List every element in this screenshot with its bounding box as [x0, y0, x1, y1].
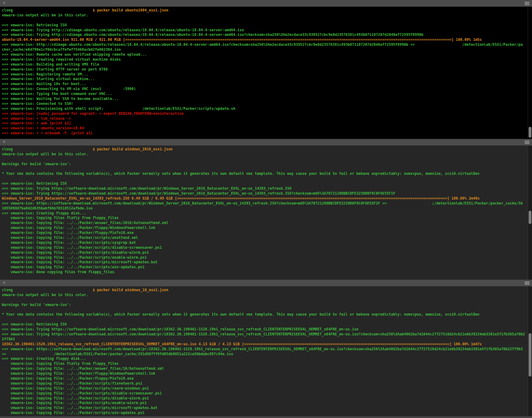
text-segment: vmware-iso: Copying file: ../../Packer/s…: [2, 240, 136, 245]
text-segment: vmware-iso: Copying file: ../../Packer/s…: [2, 250, 149, 255]
text-segment: * Your vmx data contains the following v…: [2, 312, 480, 317]
terminal-line: vmware-iso: Copying file: ../../Packer/a…: [2, 366, 526, 371]
pane-titlebar[interactable]: ✕: [0, 280, 532, 287]
text-segment: ==> vmware-iso: Trying http://cdimage.ub…: [2, 32, 423, 37]
terminal-line: [2, 167, 526, 172]
terminal-line: [2, 308, 526, 312]
close-icon[interactable]: ✕: [2, 280, 6, 285]
text-segment: ==> vmware-iso: Retrieving ISO: [2, 322, 67, 326]
terminal-line: * Your vmx data contains the following v…: [2, 171, 526, 176]
terminal-pane-windows2016: ✕ clong $ packer build windows_2016_esxi…: [0, 139, 532, 280]
text-segment: ==> vmware-iso: Waiting for SSH to becom…: [2, 97, 119, 101]
text-segment: 2f79b3: [2, 337, 15, 341]
text-segment: ==> vmware-iso: http://cdimage.ubuntu.co…: [2, 42, 415, 47]
terminal-line: vmware-iso: Done copying files from flop…: [2, 270, 526, 275]
text-segment: ========================================…: [177, 196, 447, 200]
terminal-line: vmware-iso: Copying file: ../../Packer/f…: [2, 231, 526, 235]
terminal-line: 1055098d7ba8d2d635babf6bb76518512afbde.i…: [2, 206, 526, 211]
hamburger-menu-icon[interactable]: [525, 2, 530, 5]
close-icon[interactable]: ✕: [2, 140, 6, 144]
hamburger-menu-icon[interactable]: [525, 141, 530, 144]
terminal-line: 2f79b3: [2, 337, 526, 342]
text-segment: ==> vmware-iso: Building and writing VMX…: [2, 62, 99, 67]
text-segment: vmware-iso: Copying file: ../../Packer/f…: [2, 231, 134, 235]
text-segment: ==> vmware-iso: + awk {print $2}: [2, 121, 71, 125]
terminal-line: ==> vmware-iso: Trying https://software-…: [2, 191, 526, 196]
scrollbar-thumb[interactable]: [529, 333, 531, 377]
terminal-line: ==> vmware-iso: Trying http://cdimage.ub…: [2, 28, 526, 33]
hamburger-menu-icon[interactable]: [525, 282, 530, 285]
text-segment: ==> vmware-iso: Typing the boot command …: [2, 92, 112, 96]
text-segment: clong: [2, 8, 13, 12]
terminal-line: ==> vmware-iso: Creating floppy disk...: [2, 356, 526, 361]
terminal-line: vmware-iso: Copying file: ../../Packer/s…: [2, 240, 526, 245]
text-segment: vmware-iso: Copying file: ../../Packer/s…: [2, 265, 145, 269]
text-segment: vmware-iso: Copying file: ../../Packer/s…: [2, 406, 158, 410]
terminal-line: vmware-iso: Copying file: ../../Packer/f…: [2, 376, 526, 381]
text-segment: ==> vmware-iso: [sudo] password for vagr…: [2, 111, 183, 116]
terminal-line: [2, 298, 526, 303]
scrollbar-track[interactable]: [528, 7, 532, 139]
terminal-line: ubuntu-18.04.4-server-amd64.iso 921.00 M…: [2, 37, 526, 42]
text-segment: ==> vmware-iso: Creating floppy disk...: [2, 356, 86, 361]
text-segment: ==> vmware-iso: Remote cache was verifie…: [2, 52, 147, 57]
text-segment: [415, 42, 462, 47]
text-segment: 1055098d7ba8d2d635babf6bb76518512afbde.i…: [2, 206, 93, 210]
text-segment: ==> vmware-iso: https://software-downloa…: [2, 201, 386, 205]
terminal-line: vmware-iso: Copying file: ../../Packer/s…: [2, 411, 526, 416]
pane-titlebar[interactable]: ✕: [0, 139, 532, 146]
terminal-line: vmware-iso: Copying file: ../../Packer/s…: [2, 406, 526, 411]
terminal-line: vmware-iso: Copying files flatly from fl…: [2, 361, 526, 366]
terminal-line: vmware-iso: Copying files flatly from fl…: [2, 216, 526, 221]
text-segment: clong: [2, 147, 13, 151]
text-segment: vmware-iso: Copying file: ../../Packer/s…: [2, 381, 142, 386]
text-segment: vmware-iso: Copying file: ../../Packer/s…: [2, 391, 162, 395]
terminal-output[interactable]: clong $ packer build ubuntu1804_esxi.jso…: [0, 7, 532, 139]
terminal-line: ==> vmware-iso: Retrieving ISO: [2, 322, 526, 327]
terminal-line: [2, 317, 526, 322]
window-bottom-edge: [0, 416, 532, 418]
pane-titlebar[interactable]: ✕: [0, 0, 532, 7]
terminal-line: vmware-iso: Copying file: ../../Packer/s…: [2, 260, 526, 265]
scrollbar-thumb[interactable]: [529, 127, 531, 138]
terminal-line: ==> vmware-iso: Registering remote VM...: [2, 72, 526, 77]
scrollbar-thumb[interactable]: [529, 211, 531, 224]
scrollbar-track[interactable]: [528, 287, 532, 416]
text-segment: /detectionlab/ESXi/Packer/scripts/update…: [142, 106, 235, 111]
text-segment: vmware-iso: Copying file: ../../Packer/f…: [2, 371, 155, 376]
scrollbar-track[interactable]: [528, 146, 532, 280]
terminal-line: ==> vmware-iso: Building and writing VMX…: [2, 62, 526, 67]
text-segment: $ packer build windows_2016_esxi.json: [93, 147, 172, 151]
text-segment: vmware-iso: Copying file: ../../Packer/s…: [2, 386, 149, 390]
text-segment: ==> vmware-iso: Trying https://software-…: [2, 332, 525, 336]
terminal-line: vmware-iso output will be in this color.: [2, 13, 526, 18]
terminal-pane-ubuntu1804: ✕ clong $ packer build ubuntu1804_esxi.j…: [0, 0, 532, 139]
text-segment: =>: [2, 352, 6, 356]
terminal-line: Warnings for build 'vmware-iso':: [2, 303, 526, 308]
terminal-line: ==> vmware-iso: Trying https://software-…: [2, 327, 526, 332]
text-segment: 18362.30.190401-1528.19h1_release_svc_re…: [2, 342, 244, 346]
terminal-output[interactable]: clong $ packer build windows_2016_esxi.j…: [0, 146, 532, 280]
text-segment: [6, 352, 54, 356]
terminal-line: ==> vmware-iso: Starting virtual machine…: [2, 77, 526, 82]
text-segment: [106, 106, 142, 111]
terminal-output[interactable]: clong $ packer build windows_10_esxi.jso…: [0, 287, 532, 416]
text-segment: vmware-iso output will be in this color.: [2, 152, 88, 156]
text-segment: Warnings for build 'vmware-iso':: [2, 303, 71, 307]
text-segment: Warnings for build 'vmware-iso':: [2, 162, 71, 166]
terminal-line: ==> vmware-iso: Connected to SSH!: [2, 101, 526, 106]
terminal-line: vmware-iso: Copying file: ../../Packer/s…: [2, 396, 526, 401]
terminal-line: ==> vmware-iso: Remote cache was verifie…: [2, 52, 526, 57]
terminal-line: ==> vmware-iso: Trying https://software-…: [2, 332, 526, 337]
terminal-line: vmware-iso: Copying file: ../../Packer/s…: [2, 250, 526, 255]
text-segment: [13, 147, 93, 151]
terminal-line: vmware-iso: Copying file: ../../Packer/f…: [2, 371, 526, 376]
terminal-line: [2, 18, 526, 23]
terminal-line: ==> vmware-iso: + ubuntu_version=18.04: [2, 126, 526, 131]
text-segment: ==> vmware-iso: Creating required virtua…: [2, 57, 121, 62]
text-segment: vmware-iso: Copying file: ../../Packer/a…: [2, 221, 168, 225]
terminal-line: vmware-iso: Copying file: ../../Packer/f…: [2, 226, 526, 231]
close-icon[interactable]: ✕: [2, 1, 6, 5]
text-segment: vmware-iso: Copying file: ../../Packer/s…: [2, 401, 147, 405]
text-segment: vmware-iso: Copying file: ../../Packer/a…: [2, 366, 164, 371]
